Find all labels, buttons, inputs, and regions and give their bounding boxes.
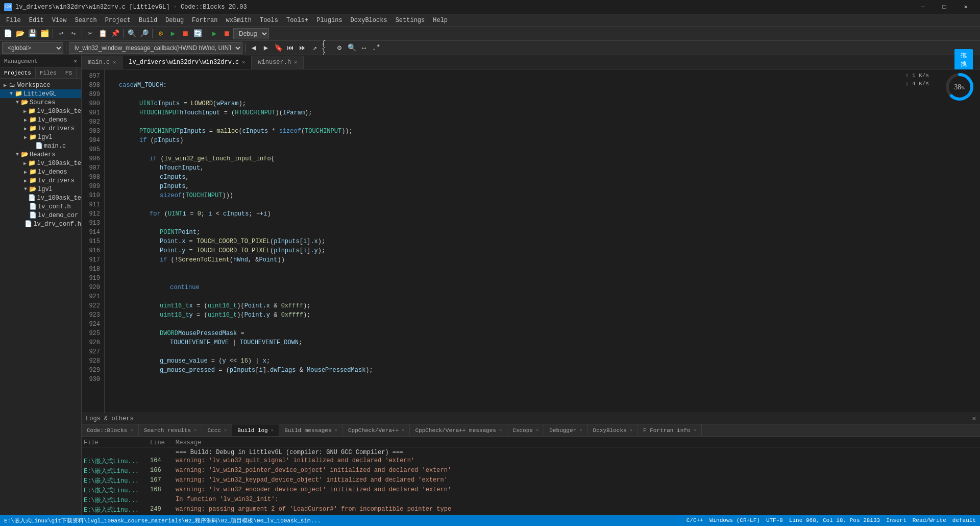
stop-icon[interactable]: ⏹ — [180, 28, 191, 39]
logs-tab-debugger[interactable]: Debugger ✕ — [544, 424, 587, 436]
nav-fwd-icon[interactable]: ▶ — [260, 42, 272, 54]
function-dropdown[interactable]: lv_win32_window_message_callback(HWND hW… — [69, 42, 242, 54]
close-winuser-icon[interactable]: ✕ — [294, 59, 297, 65]
save-all-icon[interactable]: 🗂️ — [39, 28, 50, 39]
menu-doxyblocks[interactable]: DoxyBlocks — [347, 14, 391, 27]
logs-tab-cppcheck[interactable]: CppCheck/Vera++ ✕ — [343, 424, 410, 436]
close-mainc-icon[interactable]: ✕ — [113, 59, 116, 65]
list-item[interactable]: E:\嵌入式Linu... 249 warning: passing argum… — [82, 505, 980, 515]
tree-h-lvdemos[interactable]: ▶ 📁 lv_demos — [0, 168, 81, 176]
close-search-tab[interactable]: ✕ — [194, 427, 197, 433]
code-content[interactable]: case WM_TOUCH: UINT cInputs = LOWORD(wPa… — [105, 69, 980, 413]
save-icon[interactable]: 💾 — [27, 28, 38, 39]
menu-edit[interactable]: Edit — [25, 14, 48, 27]
close-doxyblocks-tab[interactable]: ✕ — [630, 427, 632, 433]
close-debugger-tab[interactable]: ✕ — [579, 427, 582, 433]
tree-lvdrvconf[interactable]: 📄 lv_drv_conf.h — [0, 220, 81, 228]
undo-icon[interactable]: ↩ — [56, 28, 67, 39]
tab-projects[interactable]: Projects — [0, 67, 36, 78]
close-win32drv-icon[interactable]: ✕ — [242, 59, 245, 65]
build-icon[interactable]: ⚙ — [155, 28, 166, 39]
close-buildlog-tab[interactable]: ✕ — [271, 427, 274, 433]
minimize-button[interactable]: – — [913, 0, 933, 14]
log-file-5[interactable]: E:\嵌入式Linu... — [84, 496, 150, 505]
list-item[interactable]: E:\嵌入式Linu... 164 warning: 'lv_win32_qui… — [82, 457, 980, 466]
logs-tab-fortran[interactable]: F Fortran info ✕ — [638, 424, 702, 436]
tab-winuser[interactable]: winuser.h ✕ — [252, 56, 304, 69]
logs-tab-codeblocks[interactable]: Code::Blocks ✕ — [82, 424, 139, 436]
tab-fs[interactable]: FS — [61, 67, 77, 78]
find2-icon[interactable]: 🔎 — [138, 28, 150, 39]
tree-lv100ask-file[interactable]: 📄 lv_100ask_te — [0, 194, 81, 202]
nav-prev-icon[interactable]: ⏮ — [285, 42, 296, 54]
maximize-button[interactable]: □ — [934, 0, 954, 14]
tree-h-lv100ask[interactable]: ▶ 📁 lv_100ask_te — [0, 159, 81, 168]
log-file-4[interactable]: E:\嵌入式Linu... — [84, 486, 150, 495]
tree-lgvl[interactable]: ▶ 📁 lgvl — [0, 133, 81, 141]
log-file-2[interactable]: E:\嵌入式Linu... — [84, 467, 150, 475]
close-codeblocks-tab[interactable]: ✕ — [130, 427, 133, 433]
tree-lv100ask[interactable]: ▶ 📁 lv_100ask_te — [0, 107, 81, 115]
tree-mainc[interactable]: 📄 main.c — [0, 141, 81, 150]
menu-plugins[interactable]: Plugins — [312, 14, 346, 27]
list-item[interactable]: E:\嵌入式Linu... 166 warning: 'lv_win32_poi… — [82, 466, 980, 476]
tree-lvdemocor[interactable]: 📄 lv_demo_cor — [0, 211, 81, 220]
search2-icon[interactable]: 🔍 — [346, 42, 357, 54]
logs-tab-cccc[interactable]: Cccc ✕ — [202, 424, 232, 436]
tree-sources[interactable]: ▼ 📂 Sources — [0, 98, 81, 107]
menu-file[interactable]: File — [2, 14, 25, 27]
tree-littlevgl[interactable]: ▼ 📁 LittlevGL — [0, 89, 81, 98]
menu-help[interactable]: Help — [429, 14, 452, 27]
tree-lvdrivers[interactable]: ▶ 📁 lv_drivers — [0, 124, 81, 133]
list-item[interactable]: E:\嵌入式Linu... 168 warning: 'lv_win32_enc… — [82, 486, 980, 495]
nav-next-icon[interactable]: ⏭ — [297, 42, 308, 54]
menu-fortran[interactable]: Fortran — [188, 14, 222, 27]
replace-icon[interactable]: ↔ — [358, 42, 370, 54]
log-file-6[interactable]: E:\嵌入式Linu... — [84, 506, 150, 514]
open-icon[interactable]: 📂 — [14, 28, 26, 39]
cut-icon[interactable]: ✂ — [85, 28, 96, 39]
close-cppcheck-tab[interactable]: ✕ — [402, 427, 404, 433]
logs-tab-doxyblocks[interactable]: DoxyBlocks ✕ — [588, 424, 638, 436]
settings2-icon[interactable]: ⚙ — [334, 42, 345, 54]
logs-tab-cppcheck-msg[interactable]: CppCheck/Vera++ messages ✕ — [410, 424, 507, 436]
logs-tab-buildlog[interactable]: Build log ✕ — [232, 424, 279, 436]
redo-icon[interactable]: ↪ — [68, 28, 79, 39]
tab-win32drv[interactable]: lv_drivers\win32drv\win32drv.c ✕ — [122, 56, 252, 69]
jump-icon[interactable]: ↗ — [309, 42, 321, 54]
debug-dropdown[interactable]: Debug — [233, 28, 269, 39]
tab-files[interactable]: Files — [36, 67, 61, 78]
log-file-1[interactable]: E:\嵌入式Linu... — [84, 457, 150, 466]
close-buildmsg-tab[interactable]: ✕ — [335, 427, 337, 433]
copy-icon[interactable]: 📋 — [97, 28, 108, 39]
menu-project[interactable]: Project — [101, 14, 135, 27]
tree-h-lvdrivers[interactable]: ▶ 📁 lv_drivers — [0, 176, 81, 185]
new-icon[interactable]: 📄 — [2, 28, 13, 39]
paste-icon[interactable]: 📌 — [109, 28, 120, 39]
close-sidebar-icon[interactable]: ✕ — [74, 58, 77, 64]
tree-workspace[interactable]: ▶ 🗂 Workspace — [0, 81, 81, 89]
menu-debug[interactable]: Debug — [161, 14, 188, 27]
close-cscope-tab[interactable]: ✕ — [536, 427, 538, 433]
tree-lvdemos[interactable]: ▶ 📁 lv_demos — [0, 115, 81, 124]
menu-tools[interactable]: Tools — [256, 14, 282, 27]
menu-wxsmith[interactable]: wxSmith — [222, 14, 256, 27]
close-button[interactable]: ✕ — [955, 0, 976, 14]
list-item[interactable]: E:\嵌入式Linu... In function 'lv_win32_init… — [82, 495, 980, 505]
find-icon[interactable]: 🔍 — [126, 28, 137, 39]
logs-tab-buildmsg[interactable]: Build messages ✕ — [279, 424, 343, 436]
tree-h-lgvl[interactable]: ▼ 📂 lgvl — [0, 185, 81, 194]
menu-build[interactable]: Build — [135, 14, 161, 27]
menu-search[interactable]: Search — [70, 14, 101, 27]
logs-close-icon[interactable]: ✕ — [972, 415, 976, 422]
debug-run-icon[interactable]: ▶ — [209, 28, 220, 39]
menu-settings[interactable]: Settings — [391, 14, 429, 27]
logs-tab-search[interactable]: Search results ✕ — [139, 424, 203, 436]
code-icon[interactable]: { } — [322, 42, 333, 54]
logs-tab-cscope[interactable]: Cscope ✕ — [507, 424, 544, 436]
nav-back-icon[interactable]: ◀ — [248, 42, 259, 54]
tree-headers[interactable]: ▼ 📂 Headers — [0, 150, 81, 159]
rebuild-icon[interactable]: 🔄 — [192, 28, 203, 39]
close-fortran-tab[interactable]: ✕ — [693, 427, 696, 433]
menu-view[interactable]: View — [48, 14, 71, 27]
